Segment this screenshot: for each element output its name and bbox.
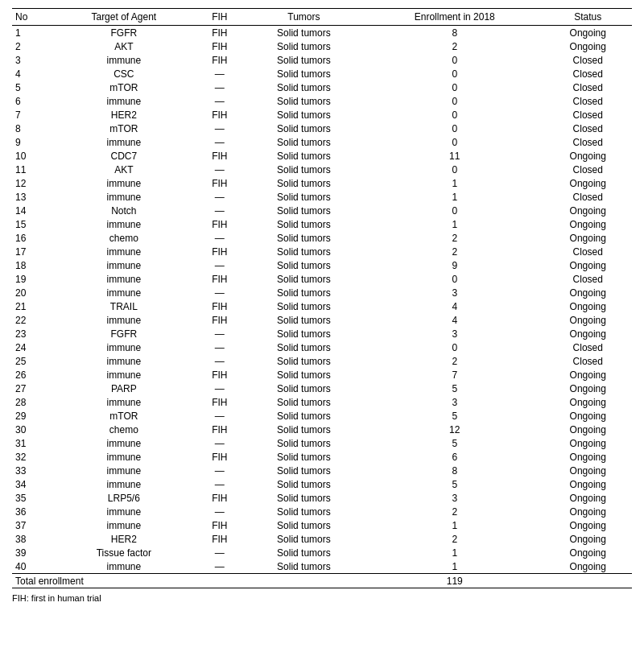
table-cell: Ongoing [544, 327, 632, 340]
table-row: 4CSC—Solid tumors0Closed [12, 67, 632, 80]
table-cell: Solid tumors [242, 272, 365, 286]
table-cell: — [197, 327, 242, 340]
table-cell: 8 [365, 464, 544, 477]
table-cell: 18 [12, 258, 51, 272]
table-cell: Ongoing [544, 409, 632, 423]
table-row: 27PARP—Solid tumors5Ongoing [12, 382, 632, 395]
table-row: 16chemo—Solid tumors2Ongoing [12, 231, 632, 245]
table-cell: 1 [365, 559, 544, 574]
table-row: 25immune—Solid tumors2Closed [12, 354, 632, 368]
table-cell: 29 [12, 409, 51, 423]
table-cell: immune [51, 245, 197, 258]
table-row: 22immuneFIHSolid tumors4Ongoing [12, 313, 632, 327]
table-cell: 3 [12, 53, 51, 67]
table-cell: 5 [365, 477, 544, 491]
table-cell: — [197, 505, 242, 518]
table-cell: Tissue factor [51, 546, 197, 559]
table-cell: immune [51, 436, 197, 450]
table-cell: Closed [544, 135, 632, 149]
table-row: 29mTOR—Solid tumors5Ongoing [12, 409, 632, 423]
table-cell: 0 [365, 94, 544, 108]
table-cell: Solid tumors [242, 204, 365, 217]
table-cell: — [197, 559, 242, 574]
table-cell: — [197, 231, 242, 245]
table-cell: 7 [365, 368, 544, 382]
table-cell: FIH [197, 176, 242, 190]
table-cell: Solid tumors [242, 313, 365, 327]
table-cell: Solid tumors [242, 286, 365, 299]
table-cell: 31 [12, 436, 51, 450]
table-cell: Ongoing [544, 436, 632, 450]
table-cell: immune [51, 217, 197, 231]
total-row: Total enrollment 119 [12, 574, 632, 588]
table-cell: Solid tumors [242, 559, 365, 574]
table-cell: Solid tumors [242, 518, 365, 532]
table-cell: Solid tumors [242, 176, 365, 190]
table-cell: 2 [12, 39, 51, 53]
table-cell: — [197, 340, 242, 354]
table-row: 14Notch—Solid tumors0Ongoing [12, 204, 632, 217]
table-cell: 39 [12, 546, 51, 559]
table-cell: 13 [12, 190, 51, 204]
table-cell: immune [51, 464, 197, 477]
table-cell: Ongoing [544, 149, 632, 163]
table-cell: HER2 [51, 108, 197, 122]
table-cell: Ongoing [544, 546, 632, 559]
table-cell: 19 [12, 272, 51, 286]
table-cell: — [197, 464, 242, 477]
table-row: 19immuneFIHSolid tumors0Closed [12, 272, 632, 286]
table-cell: Ongoing [544, 299, 632, 313]
table-cell: Solid tumors [242, 135, 365, 149]
table-cell: immune [51, 340, 197, 354]
table-cell: 32 [12, 450, 51, 464]
table-row: 5mTOR—Solid tumors0Closed [12, 80, 632, 94]
table-cell: immune [51, 286, 197, 299]
table-row: 28immuneFIHSolid tumors3Ongoing [12, 395, 632, 409]
table-cell: 28 [12, 395, 51, 409]
table-cell: FGFR [51, 26, 197, 40]
table-cell: Solid tumors [242, 409, 365, 423]
table-cell: 1 [365, 546, 544, 559]
table-cell: Closed [544, 340, 632, 354]
table-cell: Ongoing [544, 368, 632, 382]
table-cell: Ongoing [544, 450, 632, 464]
table-cell: Solid tumors [242, 80, 365, 94]
table-cell: 0 [365, 204, 544, 217]
table-cell: — [197, 163, 242, 176]
table-cell: Solid tumors [242, 217, 365, 231]
table-cell: 16 [12, 231, 51, 245]
table-cell: Ongoing [544, 231, 632, 245]
table-cell: — [197, 122, 242, 135]
table-cell: FIH [197, 313, 242, 327]
table-cell: Solid tumors [242, 477, 365, 491]
table-row: 33immune—Solid tumors8Ongoing [12, 464, 632, 477]
table-row: 2AKTFIHSolid tumors2Ongoing [12, 39, 632, 53]
table-cell: Ongoing [544, 258, 632, 272]
table-cell: Solid tumors [242, 26, 365, 40]
table-cell: FIH [197, 518, 242, 532]
table-cell: Solid tumors [242, 546, 365, 559]
table-cell: immune [51, 176, 197, 190]
table-cell: mTOR [51, 80, 197, 94]
table-cell: FIH [197, 395, 242, 409]
table-row: 26immuneFIHSolid tumors7Ongoing [12, 368, 632, 382]
table-row: 20immune—Solid tumors3Ongoing [12, 286, 632, 299]
table-cell: 1 [365, 518, 544, 532]
table-cell: Notch [51, 204, 197, 217]
table-row: 38HER2FIHSolid tumors2Ongoing [12, 532, 632, 546]
table-cell: immune [51, 368, 197, 382]
table-cell: Ongoing [544, 477, 632, 491]
table-cell: TRAIL [51, 299, 197, 313]
table-cell: 2 [365, 354, 544, 368]
table-cell: chemo [51, 231, 197, 245]
table-row: 13immune—Solid tumors1Closed [12, 190, 632, 204]
table-cell: 38 [12, 532, 51, 546]
table-cell: Solid tumors [242, 423, 365, 436]
table-cell: Solid tumors [242, 450, 365, 464]
table-cell: Ongoing [544, 176, 632, 190]
table-cell: Solid tumors [242, 108, 365, 122]
table-cell: 0 [365, 53, 544, 67]
table-cell: 11 [365, 149, 544, 163]
table-cell: FIH [197, 423, 242, 436]
table-cell: FIH [197, 217, 242, 231]
